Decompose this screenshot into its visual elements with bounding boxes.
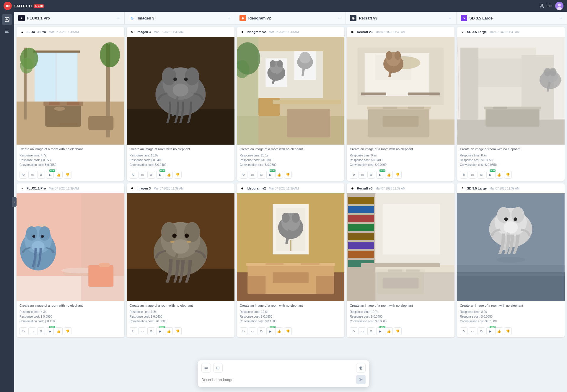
svg-rect-8 (5, 30, 9, 30)
view-btn[interactable]: ▭ (469, 171, 476, 179)
retry-btn[interactable]: ↻ (350, 171, 357, 179)
sidebar-image-btn[interactable] (2, 14, 12, 25)
like-btn[interactable]: 👍 (165, 171, 173, 179)
retry-btn[interactable]: ↻ (240, 327, 247, 335)
retry-btn[interactable]: ↻ (460, 171, 467, 179)
model-header-flux: ▲ FLUX1.1 Pro ≡ (14, 12, 125, 24)
card-image[interactable] (347, 193, 454, 301)
copy-btn[interactable]: ⧉ (37, 327, 45, 335)
new-badge: NEW (270, 169, 276, 172)
scroll-area[interactable]: ▲ FLUX1.1 Pro Mar 07 2025 11:39 AM (14, 24, 567, 392)
user-avatar[interactable] (555, 2, 563, 10)
video-btn[interactable]: ▶ NEW (266, 327, 274, 335)
video-btn[interactable]: ▶ NEW (156, 171, 164, 179)
dislike-btn[interactable]: 👎 (174, 327, 182, 335)
card-image[interactable] (127, 193, 234, 301)
card-image[interactable] (237, 37, 345, 145)
view-btn[interactable]: ▭ (139, 171, 146, 179)
video-btn[interactable]: ▶ NEW (156, 327, 164, 335)
dislike-btn[interactable]: 👎 (64, 171, 71, 179)
ideogram-logo: ◈ (239, 15, 246, 21)
copy-btn[interactable]: ⧉ (258, 327, 265, 335)
grid-view-btn[interactable]: ⊞ (213, 363, 223, 373)
svg-rect-121 (265, 263, 284, 265)
prompt-input[interactable] (201, 378, 354, 382)
dislike-btn[interactable]: 👎 (64, 327, 71, 335)
card-model-logo: ◉ (350, 186, 355, 191)
like-btn[interactable]: 👍 (275, 171, 283, 179)
copy-btn[interactable]: ⧉ (478, 171, 485, 179)
card-header: G Imagen 3 Mar 07 2025 11:39 AM (127, 27, 234, 37)
card-model-name: Imagen 3 (137, 30, 151, 34)
like-btn[interactable]: 👍 (55, 171, 63, 179)
view-btn[interactable]: ▭ (139, 327, 146, 335)
view-btn[interactable]: ▭ (249, 171, 256, 179)
retry-btn[interactable]: ↻ (130, 327, 137, 335)
view-btn[interactable]: ▭ (249, 327, 256, 335)
like-btn[interactable]: 👍 (495, 327, 503, 335)
recraft-menu-btn[interactable]: ≡ (448, 15, 452, 21)
video-btn[interactable]: ▶ NEW (46, 171, 54, 179)
new-badge: NEW (49, 326, 55, 328)
card-image[interactable] (457, 193, 565, 301)
dislike-btn[interactable]: 👎 (504, 171, 512, 179)
recraft-logo: ◉ (350, 15, 356, 21)
retry-btn[interactable]: ↻ (240, 171, 247, 179)
copy-btn[interactable]: ⧉ (37, 171, 45, 179)
card-image[interactable] (457, 37, 565, 145)
copy-btn[interactable]: ⧉ (147, 327, 155, 335)
retry-btn[interactable]: ↻ (130, 171, 137, 179)
video-btn[interactable]: ▶ NEW (46, 327, 54, 335)
like-btn[interactable]: 👍 (385, 327, 393, 335)
dislike-btn[interactable]: 👎 (174, 171, 182, 179)
video-btn[interactable]: ▶ NEW (486, 327, 494, 335)
dislike-btn[interactable]: 👎 (394, 171, 402, 179)
retry-btn[interactable]: ↻ (460, 327, 467, 335)
dislike-btn[interactable]: 👎 (394, 327, 402, 335)
copy-btn[interactable]: ⧉ (478, 327, 485, 335)
card-image[interactable] (237, 193, 345, 301)
dislike-btn[interactable]: 👎 (284, 171, 292, 179)
like-btn[interactable]: 👍 (165, 327, 173, 335)
copy-btn[interactable]: ⧉ (367, 327, 375, 335)
card-image[interactable] (17, 193, 124, 301)
card-image[interactable] (17, 37, 124, 145)
ideogram-menu-btn[interactable]: ≡ (338, 15, 341, 21)
svg-point-80 (544, 68, 551, 76)
video-btn[interactable]: ▶ NEW (376, 327, 384, 335)
like-btn[interactable]: 👍 (495, 171, 503, 179)
view-btn[interactable]: ▭ (359, 171, 366, 179)
send-btn[interactable] (356, 375, 366, 384)
video-btn[interactable]: ▶ NEW (266, 171, 274, 179)
switch-mode-btn[interactable]: ⇄ (201, 363, 211, 373)
dislike-btn[interactable]: 👎 (504, 327, 512, 335)
sd-menu-btn[interactable]: ≡ (559, 15, 563, 21)
retry-btn[interactable]: ↻ (19, 171, 27, 179)
card-image[interactable] (127, 37, 234, 145)
flux-menu-btn[interactable]: ≡ (116, 15, 120, 21)
retry-btn[interactable]: ↻ (19, 327, 27, 335)
imagen-menu-btn[interactable]: ≡ (227, 15, 231, 21)
card-timestamp: Mar 07 2025 11:39 AM (490, 30, 519, 34)
view-btn[interactable]: ▭ (28, 327, 36, 335)
model-header-imagen: G Imagen 3 ≡ (125, 12, 235, 24)
sidebar-text-btn[interactable] (2, 26, 12, 37)
like-btn[interactable]: 👍 (385, 171, 393, 179)
copy-btn[interactable]: ⧉ (147, 171, 155, 179)
sidebar-toggle-btn[interactable]: ‹ (12, 197, 17, 207)
card-image[interactable] (347, 37, 454, 145)
copy-btn[interactable]: ⧉ (367, 171, 375, 179)
view-btn[interactable]: ▭ (359, 327, 366, 335)
like-btn[interactable]: 👍 (275, 327, 283, 335)
copy-btn[interactable]: ⧉ (258, 171, 265, 179)
dislike-btn[interactable]: 👎 (284, 327, 292, 335)
view-btn[interactable]: ▭ (469, 327, 476, 335)
card-timestamp: Mar 07 2025 11:39 AM (269, 187, 299, 190)
nav-user[interactable]: Lab (540, 4, 552, 8)
view-btn[interactable]: ▭ (28, 171, 36, 179)
clear-btn[interactable]: 🗑 (356, 363, 366, 373)
video-btn[interactable]: ▶ NEW (376, 171, 384, 179)
retry-btn[interactable]: ↻ (350, 327, 357, 335)
like-btn[interactable]: 👍 (55, 327, 63, 335)
video-btn[interactable]: ▶ NEW (486, 171, 494, 179)
